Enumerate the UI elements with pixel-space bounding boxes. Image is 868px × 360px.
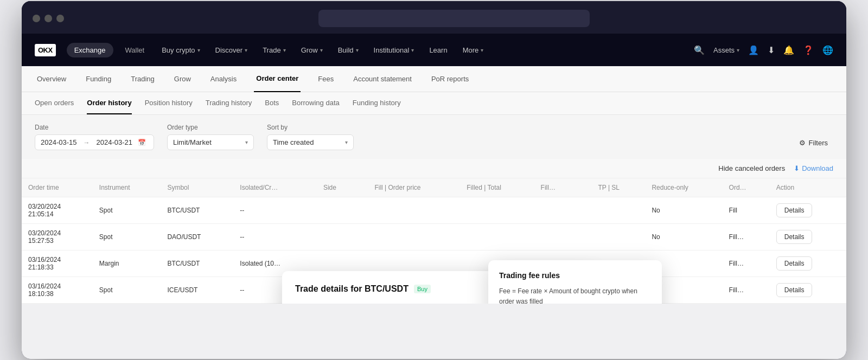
cell-ord: Fill… — [723, 250, 770, 277]
arrow-separator: → — [84, 139, 90, 146]
sort-select[interactable]: Time created ▾ — [267, 134, 354, 150]
traffic-light-green[interactable] — [56, 15, 64, 22]
subnav-funding[interactable]: Funding — [84, 66, 113, 92]
traffic-lights — [33, 15, 64, 22]
buy-badge: Buy — [414, 285, 431, 293]
col-fill-price: Fill | Order price — [368, 178, 460, 197]
cell-order-time: 03/16/2024 18:10:38 — [22, 277, 93, 304]
subnav-por-reports[interactable]: PoR reports — [429, 66, 471, 92]
logo-area: OKX — [35, 44, 56, 56]
subnav-fees[interactable]: Fees — [316, 66, 336, 92]
traffic-light-red[interactable] — [33, 15, 40, 22]
order-type-filter-group: Order type Limit/Market ▾ — [167, 124, 254, 150]
tab-order-history[interactable]: Order history — [87, 99, 131, 114]
cell-action: Details — [770, 277, 846, 304]
nav-item-more[interactable]: More ▾ — [457, 43, 489, 57]
nav-item-discover[interactable]: Discover ▾ — [210, 43, 253, 57]
date-from: 2024-03-15 — [41, 138, 77, 146]
cell-tp-sl — [591, 197, 645, 224]
chevron-down-icon: ▾ — [245, 47, 247, 53]
cell-filled-total — [460, 224, 534, 250]
cell-action: Details — [770, 250, 846, 277]
browser-chrome — [22, 1, 846, 34]
cell-fill — [534, 224, 592, 250]
help-icon[interactable]: ❓ — [803, 45, 814, 55]
tab-borrowing-data[interactable]: Borrowing data — [292, 99, 339, 114]
subnav-overview[interactable]: Overview — [35, 66, 68, 92]
cell-ord: Fill… — [723, 277, 770, 304]
nav-item-trade[interactable]: Trade ▾ — [257, 43, 291, 57]
table-toolbar: Hide canceled orders ⬇ Download — [22, 159, 846, 178]
subnav-grow[interactable]: Grow — [172, 66, 193, 92]
assets-button[interactable]: Assets ▾ — [713, 46, 739, 54]
nav-item-institutional[interactable]: Institutional ▾ — [368, 43, 420, 57]
traffic-light-yellow[interactable] — [44, 15, 52, 22]
tab-funding-history[interactable]: Funding history — [353, 99, 401, 114]
col-symbol: Symbol — [161, 178, 233, 197]
table-row: 03/20/2024 15:27:53 Spot DAO/USDT -- No … — [22, 224, 846, 250]
tab-open-orders[interactable]: Open orders — [35, 99, 74, 114]
cell-fill-price — [368, 224, 460, 250]
search-icon[interactable]: 🔍 — [694, 45, 705, 55]
cell-action: Details — [770, 224, 846, 250]
cell-instrument: Spot — [93, 277, 161, 304]
col-filled-total: Filled | Total — [460, 178, 534, 197]
chevron-down-icon: ▾ — [411, 47, 414, 53]
cell-instrument: Spot — [93, 224, 161, 250]
col-tp-sl: TP | SL — [591, 178, 645, 197]
nav-icons: 🔍 Assets ▾ 👤 ⬇ 🔔 ❓ 🌐 — [694, 45, 833, 55]
date-to: 2024-03-21 — [97, 138, 133, 146]
subnav-analysis[interactable]: Analysis — [208, 66, 239, 92]
globe-icon[interactable]: 🌐 — [822, 45, 833, 55]
cell-isolated: -- — [233, 197, 317, 224]
download-icon[interactable]: ⬇ — [768, 45, 775, 55]
col-isolated: Isolated/Cr… — [233, 178, 317, 197]
nav-item-learn[interactable]: Learn — [424, 43, 452, 57]
nav-item-buy-crypto[interactable]: Buy crypto ▾ — [156, 43, 205, 57]
bell-icon[interactable]: 🔔 — [783, 45, 794, 55]
cell-order-time: 03/16/2024 21:18:33 — [22, 250, 93, 277]
chevron-down-icon: ▾ — [737, 47, 739, 53]
subnav-account-statement[interactable]: Account statement — [351, 66, 414, 92]
subnav-order-center[interactable]: Order center — [254, 66, 301, 92]
order-type-value: Limit/Market — [173, 138, 212, 146]
fee-rule-text: Fee = Fee rate × Amount of bought crypto… — [499, 286, 651, 304]
nav-item-grow[interactable]: Grow ▾ — [296, 43, 328, 57]
table-header-row: Order time Instrument Symbol Isolated/Cr… — [22, 178, 846, 197]
date-range-input[interactable]: 2024-03-15 → 2024-03-21 📅 — [35, 134, 154, 150]
details-button[interactable]: Details — [776, 230, 813, 244]
user-icon[interactable]: 👤 — [748, 45, 759, 55]
address-bar[interactable] — [318, 10, 590, 27]
details-button[interactable]: Details — [776, 283, 813, 297]
chevron-down-icon: ▾ — [245, 139, 248, 145]
cell-fill-price — [368, 197, 460, 224]
tab-row: Open orders Order history Position histo… — [22, 92, 846, 115]
filters-button[interactable]: ⚙ Filters — [794, 136, 833, 150]
subnav-trading[interactable]: Trading — [129, 66, 157, 92]
chevron-down-icon: ▾ — [320, 47, 323, 53]
filter-icon: ⚙ — [799, 139, 806, 147]
cell-instrument: Margin — [93, 250, 161, 277]
col-side: Side — [317, 178, 368, 197]
cell-symbol: BTC/USDT — [161, 250, 233, 277]
cell-side — [317, 224, 368, 250]
order-type-select[interactable]: Limit/Market ▾ — [167, 134, 254, 150]
sort-label: Sort by — [267, 124, 354, 131]
okx-logo: OKX — [35, 44, 56, 56]
cell-filled-total — [460, 197, 534, 224]
calendar-icon: 📅 — [138, 139, 146, 146]
hide-canceled-toggle[interactable]: Hide canceled orders — [718, 164, 785, 172]
details-button[interactable]: Details — [776, 203, 813, 217]
sub-nav: Overview Funding Trading Grow Analysis O… — [22, 66, 846, 92]
tab-position-history[interactable]: Position history — [145, 99, 193, 114]
cell-order-time: 03/20/2024 21:05:14 — [22, 197, 93, 224]
download-button[interactable]: ⬇ Download — [794, 164, 833, 172]
cell-reduce-only: No — [645, 197, 722, 224]
nav-tab-wallet[interactable]: Wallet — [118, 43, 152, 57]
nav-item-build[interactable]: Build ▾ — [333, 43, 364, 57]
nav-tab-exchange[interactable]: Exchange — [67, 43, 113, 57]
tab-bots[interactable]: Bots — [265, 99, 279, 114]
col-ord: Ord… — [723, 178, 770, 197]
details-button[interactable]: Details — [776, 256, 813, 271]
tab-trading-history[interactable]: Trading history — [206, 99, 252, 114]
